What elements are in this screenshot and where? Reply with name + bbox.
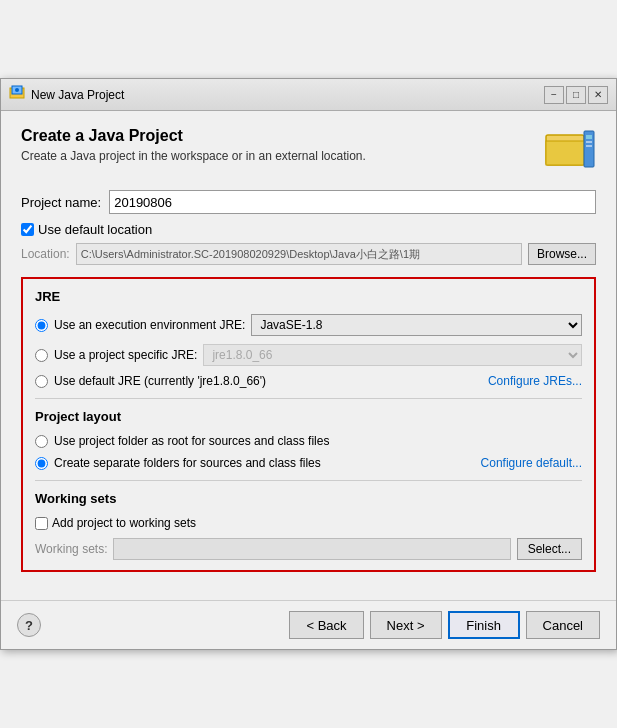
dialog-content: Create a Java Project Create a Java proj… bbox=[1, 111, 616, 600]
working-sets-section: Working sets Add project to working sets… bbox=[35, 491, 582, 560]
location-input[interactable] bbox=[76, 243, 522, 265]
working-sets-input-row: Working sets: Select... bbox=[35, 538, 582, 560]
jre-radio1-row: Use an execution environment JRE: JavaSE… bbox=[35, 314, 582, 336]
project-layout-section: Project layout Use project folder as roo… bbox=[35, 409, 582, 470]
svg-rect-8 bbox=[586, 145, 592, 147]
jre-specific-dropdown[interactable]: jre1.8.0_66 bbox=[203, 344, 582, 366]
minimize-button[interactable]: − bbox=[544, 86, 564, 104]
project-layout-title: Project layout bbox=[35, 409, 582, 424]
jre-radio2-row: Use a project specific JRE: jre1.8.0_66 bbox=[35, 344, 582, 366]
layout-radio2[interactable] bbox=[35, 457, 48, 470]
jre-section: JRE Use an execution environment JRE: Ja… bbox=[21, 277, 596, 572]
dialog-subtitle: Create a Java project in the workspace o… bbox=[21, 149, 366, 163]
layout-divider bbox=[35, 480, 582, 481]
layout-radio2-inner: Create separate folders for sources and … bbox=[35, 456, 481, 470]
project-name-row: Project name: bbox=[21, 190, 596, 214]
window-title: New Java Project bbox=[31, 88, 538, 102]
header-text: Create a Java Project Create a Java proj… bbox=[21, 127, 366, 163]
jre-radio3[interactable] bbox=[35, 375, 48, 388]
add-to-working-sets-label: Add project to working sets bbox=[52, 516, 196, 530]
close-button[interactable]: ✕ bbox=[588, 86, 608, 104]
layout-radio2-label: Create separate folders for sources and … bbox=[54, 456, 321, 470]
select-button[interactable]: Select... bbox=[517, 538, 582, 560]
location-label: Location: bbox=[21, 247, 70, 261]
jre-radio3-row: Use default JRE (currently 'jre1.8.0_66'… bbox=[35, 374, 582, 388]
jre-radio2[interactable] bbox=[35, 349, 48, 362]
header-icon bbox=[544, 127, 596, 174]
maximize-button[interactable]: □ bbox=[566, 86, 586, 104]
layout-radio2-row: Create separate folders for sources and … bbox=[35, 456, 582, 470]
jre-radio1-label: Use an execution environment JRE: bbox=[54, 318, 245, 332]
location-row: Location: Browse... bbox=[21, 243, 596, 265]
main-window: New Java Project − □ ✕ Create a Java Pro… bbox=[0, 78, 617, 650]
jre-execution-env-dropdown[interactable]: JavaSE-1.8 bbox=[251, 314, 582, 336]
dialog-title: Create a Java Project bbox=[21, 127, 366, 145]
add-to-working-sets-checkbox[interactable] bbox=[35, 517, 48, 530]
use-default-location-label: Use default location bbox=[38, 222, 152, 237]
cancel-button[interactable]: Cancel bbox=[526, 611, 600, 639]
browse-button[interactable]: Browse... bbox=[528, 243, 596, 265]
footer-buttons: < Back Next > Finish Cancel bbox=[289, 611, 600, 639]
svg-rect-7 bbox=[586, 141, 592, 143]
project-name-label: Project name: bbox=[21, 195, 101, 210]
layout-radio1[interactable] bbox=[35, 435, 48, 448]
configure-jres-link[interactable]: Configure JREs... bbox=[488, 374, 582, 388]
configure-default-link[interactable]: Configure default... bbox=[481, 456, 582, 470]
use-default-location-checkbox[interactable] bbox=[21, 223, 34, 236]
working-sets-label: Working sets: bbox=[35, 542, 107, 556]
working-sets-input[interactable] bbox=[113, 538, 510, 560]
dialog-footer: ? < Back Next > Finish Cancel bbox=[1, 600, 616, 649]
project-name-input[interactable] bbox=[109, 190, 596, 214]
jre-radio3-label: Use default JRE (currently 'jre1.8.0_66'… bbox=[54, 374, 266, 388]
window-icon bbox=[9, 85, 25, 104]
back-button[interactable]: < Back bbox=[289, 611, 363, 639]
working-sets-checkbox-row: Add project to working sets bbox=[35, 516, 582, 530]
svg-point-2 bbox=[15, 88, 19, 92]
window-controls: − □ ✕ bbox=[544, 86, 608, 104]
jre-divider bbox=[35, 398, 582, 399]
header-section: Create a Java Project Create a Java proj… bbox=[21, 127, 596, 174]
jre-section-title: JRE bbox=[35, 289, 582, 304]
jre-radio1[interactable] bbox=[35, 319, 48, 332]
help-button[interactable]: ? bbox=[17, 613, 41, 637]
layout-radio1-label: Use project folder as root for sources a… bbox=[54, 434, 329, 448]
footer-left: ? bbox=[17, 613, 41, 637]
svg-rect-6 bbox=[586, 135, 592, 139]
next-button[interactable]: Next > bbox=[370, 611, 442, 639]
svg-rect-4 bbox=[546, 141, 584, 165]
finish-button[interactable]: Finish bbox=[448, 611, 520, 639]
working-sets-title: Working sets bbox=[35, 491, 582, 506]
title-bar: New Java Project − □ ✕ bbox=[1, 79, 616, 111]
layout-radio1-row: Use project folder as root for sources a… bbox=[35, 434, 582, 448]
jre-radio2-label: Use a project specific JRE: bbox=[54, 348, 197, 362]
use-default-location-row: Use default location bbox=[21, 222, 596, 237]
